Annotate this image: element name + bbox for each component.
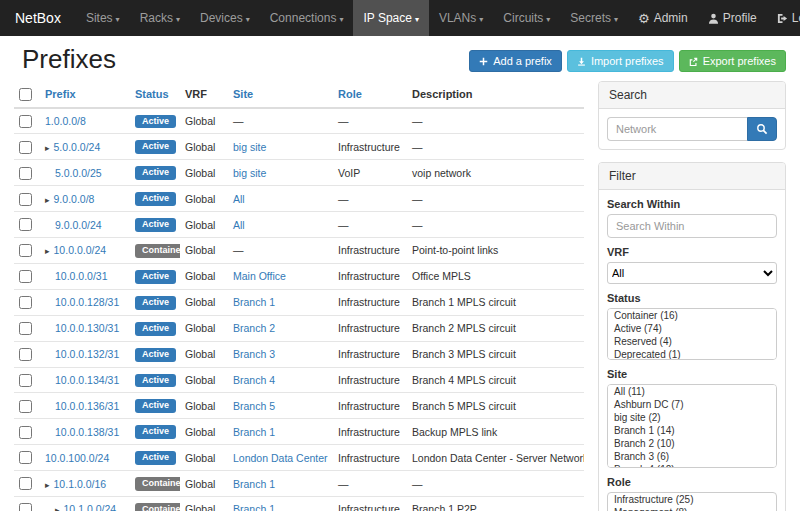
search-input[interactable] xyxy=(607,117,747,141)
site-link[interactable]: Branch 1 xyxy=(233,426,275,438)
page-title: Prefixes xyxy=(22,44,116,75)
row-checkbox[interactable] xyxy=(19,426,32,439)
prefix-link[interactable]: 9.0.0.0/8 xyxy=(54,193,95,205)
filter-option[interactable]: Deprecated (1) xyxy=(608,348,776,360)
row-checkbox[interactable] xyxy=(19,322,32,335)
row-checkbox[interactable] xyxy=(19,270,32,283)
row-checkbox[interactable] xyxy=(19,400,32,413)
row-checkbox[interactable] xyxy=(19,244,32,257)
filter-option[interactable]: Branch 4 (12) xyxy=(608,463,776,468)
row-checkbox[interactable] xyxy=(19,167,32,180)
filter-option[interactable]: All (11) xyxy=(608,385,776,398)
filter-option[interactable]: Active (74) xyxy=(608,322,776,335)
import-icon xyxy=(577,57,586,66)
export-prefixes-button[interactable]: Export prefixes xyxy=(679,50,786,72)
site-link[interactable]: All xyxy=(233,193,245,205)
nav-item-sites[interactable]: Sites▾ xyxy=(76,0,130,36)
filter-option[interactable]: big site (2) xyxy=(608,411,776,424)
site-link[interactable]: big site xyxy=(233,167,266,179)
site-link[interactable]: Branch 1 xyxy=(233,503,275,511)
filter-option[interactable]: Ashburn DC (7) xyxy=(608,398,776,411)
role-cell: Infrastructure xyxy=(333,134,407,160)
site-link[interactable]: Branch 2 xyxy=(233,322,275,334)
chevron-down-icon: ▾ xyxy=(415,15,419,24)
role-cell: VoIP xyxy=(333,160,407,186)
row-checkbox[interactable] xyxy=(19,451,32,464)
add-prefix-button[interactable]: Add a prefix xyxy=(469,50,562,72)
row-checkbox[interactable] xyxy=(19,296,32,309)
nav-item-devices[interactable]: Devices▾ xyxy=(190,0,260,36)
site-link[interactable]: London Data Center xyxy=(233,452,328,464)
logout-link[interactable]: Log out xyxy=(767,0,800,36)
prefix-link[interactable]: 10.0.0.0/24 xyxy=(54,244,107,256)
role-filter-listbox[interactable]: Infrastructure (25)Management (8)Private… xyxy=(607,492,777,511)
site-link[interactable]: All xyxy=(233,219,245,231)
sort-site-header[interactable]: Site xyxy=(233,88,253,100)
site-link[interactable]: Main Office xyxy=(233,270,286,282)
nav-item-racks[interactable]: Racks▾ xyxy=(130,0,190,36)
filter-option[interactable]: Infrastructure (25) xyxy=(608,493,776,506)
site-filter-listbox[interactable]: All (11)Ashburn DC (7)big site (2)Branch… xyxy=(607,384,777,468)
prefix-link[interactable]: 10.0.0.138/31 xyxy=(55,426,119,438)
row-checkbox[interactable] xyxy=(19,193,32,206)
row-checkbox[interactable] xyxy=(19,477,32,490)
prefix-link[interactable]: 10.0.100.0/24 xyxy=(45,452,109,464)
brand-logo[interactable]: NetBox xyxy=(0,0,76,36)
filter-option[interactable]: Branch 2 (10) xyxy=(608,437,776,450)
filter-option[interactable]: Container (16) xyxy=(608,309,776,322)
filter-option[interactable]: Branch 3 (6) xyxy=(608,450,776,463)
prefix-link[interactable]: 10.0.0.130/31 xyxy=(55,322,119,334)
prefix-link[interactable]: 5.0.0.0/25 xyxy=(55,167,102,179)
row-checkbox[interactable] xyxy=(19,115,32,128)
select-all-checkbox[interactable] xyxy=(19,88,32,101)
site-link[interactable]: Branch 4 xyxy=(233,374,275,386)
nav-item-vlans[interactable]: VLANs▾ xyxy=(429,0,493,36)
prefix-link[interactable]: 9.0.0.0/24 xyxy=(55,219,102,231)
chevron-down-icon: ▾ xyxy=(614,15,618,24)
site-link[interactable]: big site xyxy=(233,141,266,153)
table-row: 10.0.0.128/31 Active Global Branch 1 Inf… xyxy=(14,289,584,315)
prefix-link[interactable]: 10.0.0.134/31 xyxy=(55,374,119,386)
export-icon xyxy=(689,57,698,66)
import-prefixes-button[interactable]: Import prefixes xyxy=(567,50,674,72)
role-cell: Infrastructure xyxy=(333,341,407,367)
role-cell: Infrastructure xyxy=(333,496,407,511)
table-row: 10.0.100.0/24 Active Global London Data … xyxy=(14,445,584,471)
site-link[interactable]: Branch 3 xyxy=(233,348,275,360)
prefix-link[interactable]: 10.0.0.136/31 xyxy=(55,400,119,412)
indent-spacer xyxy=(45,279,55,280)
nav-item-ip-space[interactable]: IP Space▾ xyxy=(353,0,429,36)
search-button[interactable] xyxy=(747,117,777,141)
row-checkbox[interactable] xyxy=(19,348,32,361)
site-link[interactable]: Branch 1 xyxy=(233,478,275,490)
prefix-link[interactable]: 10.1.0.0/24 xyxy=(64,503,117,511)
filter-option[interactable]: Reserved (4) xyxy=(608,335,776,348)
prefix-link[interactable]: 1.0.0.0/8 xyxy=(45,115,86,127)
filter-option[interactable]: Branch 1 (14) xyxy=(608,424,776,437)
search-within-input[interactable] xyxy=(607,214,777,238)
nav-item-secrets[interactable]: Secrets▾ xyxy=(560,0,628,36)
nav-item-circuits[interactable]: Circuits▾ xyxy=(493,0,560,36)
row-checkbox[interactable] xyxy=(19,503,32,511)
site-link[interactable]: Branch 5 xyxy=(233,400,275,412)
prefix-link[interactable]: 10.0.0.0/31 xyxy=(55,270,108,282)
row-checkbox[interactable] xyxy=(19,374,32,387)
vrf-select[interactable]: All xyxy=(607,262,777,284)
prefix-link[interactable]: 10.0.0.128/31 xyxy=(55,296,119,308)
site-link[interactable]: Branch 1 xyxy=(233,296,275,308)
prefix-link[interactable]: 10.1.0.0/16 xyxy=(54,478,107,490)
profile-link[interactable]: Profile xyxy=(698,0,767,36)
nav-item-connections[interactable]: Connections▾ xyxy=(260,0,354,36)
admin-link[interactable]: ⚙ Admin xyxy=(628,0,698,36)
role-cell: Infrastructure xyxy=(333,315,407,341)
prefix-link[interactable]: 5.0.0.0/24 xyxy=(54,141,101,153)
sort-role-header[interactable]: Role xyxy=(338,88,362,100)
status-filter-listbox[interactable]: Container (16)Active (74)Reserved (4)Dep… xyxy=(607,308,777,360)
filter-option[interactable]: Management (8) xyxy=(608,506,776,511)
sort-prefix-header[interactable]: Prefix xyxy=(45,88,76,100)
status-badge: Container xyxy=(135,503,180,511)
prefix-link[interactable]: 10.0.0.132/31 xyxy=(55,348,119,360)
sort-status-header[interactable]: Status xyxy=(135,88,169,100)
row-checkbox[interactable] xyxy=(19,141,32,154)
row-checkbox[interactable] xyxy=(19,218,32,231)
